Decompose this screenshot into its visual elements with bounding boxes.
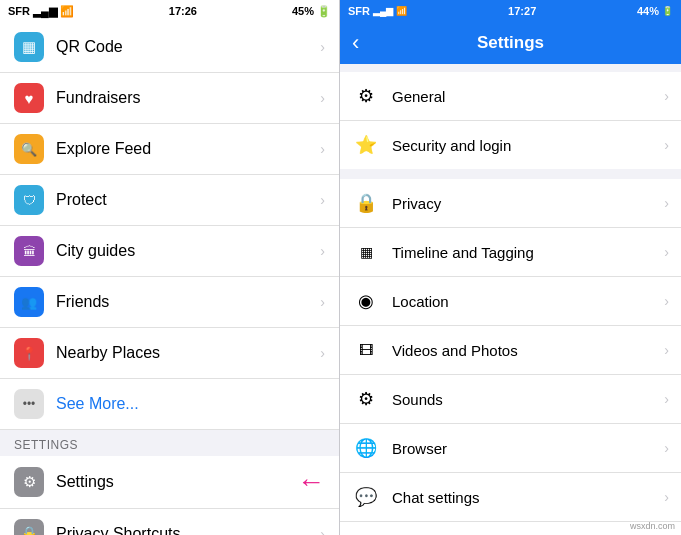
location-label: Location [392,293,664,310]
see-more-label[interactable]: See More... [56,395,139,413]
menu-item-qr-code[interactable]: ▦ QR Code › [0,22,339,73]
privacy-label: Privacy [392,195,664,212]
privacy-shortcuts-label: Privacy Shortcuts [56,525,320,535]
settings-item[interactable]: ⚙ Settings ← [0,456,339,509]
explore-feed-label: Explore Feed [56,140,320,158]
videos-photos-item[interactable]: 🎞 Videos and Photos › [340,326,681,375]
privacy-shortcuts-item[interactable]: 🔒 Privacy Shortcuts › [0,509,339,535]
qr-code-icon: ▦ [14,32,44,62]
security-item[interactable]: ⭐ Security and login › [340,121,681,169]
chevron-icon: › [320,39,325,55]
right-battery-icon: 🔋 [662,6,673,16]
left-status-bar: SFR ▂▄▆ 📶 17:26 45% 🔋 [0,0,339,22]
chevron-icon: › [664,342,669,358]
friends-icon: 👥 [14,287,44,317]
general-item[interactable]: ⚙ General › [340,72,681,121]
chevron-icon: › [664,88,669,104]
pink-arrow-left: ← [297,466,325,498]
chevron-icon: › [664,244,669,260]
settings-label: Settings [56,473,291,491]
back-button[interactable]: ‹ [352,30,367,56]
chevron-icon: › [320,141,325,157]
watermark: wsxdn.com [630,521,675,531]
menu-item-city-guides[interactable]: 🏛 City guides › [0,226,339,277]
videos-photos-icon: 🎞 [352,336,380,364]
left-wifi-icon: 📶 [60,5,74,18]
left-menu-list: ▦ QR Code › ♥ Fundraisers › 🔍 Explore Fe… [0,22,339,535]
security-icon: ⭐ [352,131,380,159]
location-icon: ◉ [352,287,380,315]
chevron-icon: › [664,391,669,407]
browser-item[interactable]: 🌐 Browser › [340,424,681,473]
see-more-item[interactable]: ••• See More... [0,379,339,430]
menu-item-friends[interactable]: 👥 Friends › [0,277,339,328]
settings-icon: ⚙ [14,467,44,497]
nearby-places-icon: 📍 [14,338,44,368]
videos-photos-label: Videos and Photos [392,342,664,359]
left-panel: SFR ▂▄▆ 📶 17:26 45% 🔋 ▦ QR Code › ♥ Fund… [0,0,340,535]
chevron-icon: › [320,243,325,259]
sounds-label: Sounds [392,391,664,408]
browser-icon: 🌐 [352,434,380,462]
left-status-left: SFR ▂▄▆ 📶 [8,5,74,18]
right-signal-icon: ▂▄▆ [373,6,393,16]
left-battery-pct: 45% [292,5,314,17]
chevron-icon: › [320,345,325,361]
see-more-icon: ••• [14,389,44,419]
menu-item-nearby-places[interactable]: 📍 Nearby Places › [0,328,339,379]
privacy-shortcuts-icon: 🔒 [14,519,44,535]
chat-settings-icon: 💬 [352,483,380,511]
timeline-label: Timeline and Tagging [392,244,664,261]
settings-nav-title: Settings [340,33,681,53]
timeline-icon: ▦ [352,238,380,266]
browser-label: Browser [392,440,664,457]
chevron-icon: › [664,293,669,309]
chevron-icon: › [320,90,325,106]
sounds-item[interactable]: ⚙ Sounds › [340,375,681,424]
general-label: General [392,88,664,105]
explore-feed-icon: 🔍 [14,134,44,164]
city-guides-icon: 🏛 [14,236,44,266]
chat-settings-label: Chat settings [392,489,664,506]
qr-code-label: QR Code [56,38,320,56]
right-battery-pct: 44% [637,5,659,17]
left-signal-icon: ▂▄▆ [33,5,57,18]
timeline-item[interactable]: ▦ Timeline and Tagging › [340,228,681,277]
settings-section-2: 🔒 Privacy › ▦ Timeline and Tagging › ◉ L… [340,179,681,535]
right-time: 17:27 [508,5,536,17]
chevron-icon: › [664,195,669,211]
left-battery-icon: 🔋 [317,5,331,18]
city-guides-label: City guides [56,242,320,260]
right-carrier: SFR [348,5,370,17]
friends-label: Friends [56,293,320,311]
menu-item-explore-feed[interactable]: 🔍 Explore Feed › [0,124,339,175]
left-time: 17:26 [169,5,197,17]
privacy-icon: 🔒 [352,189,380,217]
right-panel: SFR ▂▄▆ 📶 17:27 44% 🔋 ‹ Settings ⚙ Gener… [340,0,681,535]
right-status-right: 44% 🔋 [637,5,673,17]
chevron-icon: › [664,137,669,153]
right-status-left: SFR ▂▄▆ 📶 [348,5,407,17]
protect-icon: 🛡 [14,185,44,215]
general-icon: ⚙ [352,82,380,110]
chevron-icon: › [664,440,669,456]
right-settings-list: ⚙ General › ⭐ Security and login › 🔒 Pri… [340,64,681,535]
menu-item-protect[interactable]: 🛡 Protect › [0,175,339,226]
left-carrier: SFR [8,5,30,17]
privacy-item[interactable]: 🔒 Privacy › [340,179,681,228]
settings-section-header: SETTINGS [0,430,339,456]
chat-settings-item[interactable]: 💬 Chat settings › [340,473,681,522]
right-wifi-icon: 📶 [396,6,407,16]
chevron-icon: › [320,294,325,310]
right-status-bar: SFR ▂▄▆ 📶 17:27 44% 🔋 [340,0,681,22]
fundraisers-icon: ♥ [14,83,44,113]
settings-section-1: ⚙ General › ⭐ Security and login › [340,72,681,169]
sounds-icon: ⚙ [352,385,380,413]
location-item[interactable]: ◉ Location › [340,277,681,326]
nearby-places-label: Nearby Places [56,344,320,362]
protect-label: Protect [56,191,320,209]
right-nav-bar: ‹ Settings [340,22,681,64]
left-status-right: 45% 🔋 [292,5,331,18]
menu-item-fundraisers[interactable]: ♥ Fundraisers › [0,73,339,124]
chevron-icon: › [320,192,325,208]
